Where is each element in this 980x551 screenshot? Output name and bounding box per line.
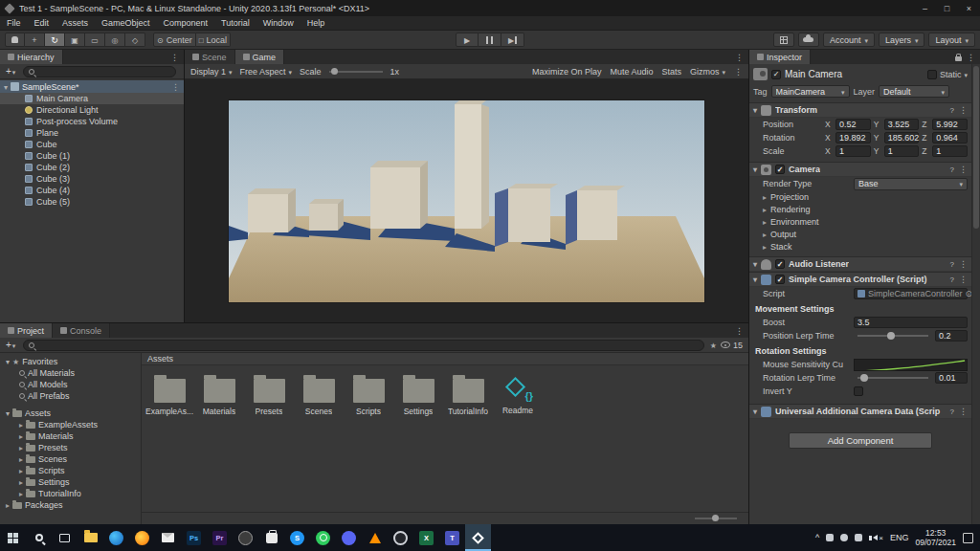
menu-edit[interactable]: Edit (28, 16, 56, 30)
move-tool-button[interactable] (25, 33, 45, 47)
tree-folder-tutorialinfo[interactable]: TutorialInfo (0, 488, 141, 499)
foldout-open-icon[interactable] (753, 165, 757, 174)
cloud-collab-button[interactable] (798, 33, 819, 47)
close-button[interactable]: × (958, 0, 980, 16)
invert-y-checkbox[interactable] (854, 386, 863, 396)
static-checkbox[interactable] (927, 70, 937, 79)
tree-folder-scenes[interactable]: Scenes (0, 453, 141, 465)
asset-zoom-slider[interactable] (695, 518, 737, 519)
pane-menu-icon[interactable] (734, 67, 743, 77)
mail-button[interactable] (155, 524, 181, 551)
hidden-packages-toggle[interactable]: 15 (719, 341, 745, 350)
tree-folder-presets[interactable]: Presets (0, 442, 141, 453)
start-button[interactable] (0, 524, 26, 551)
rotation-lerp-field[interactable]: 0.01 (935, 372, 968, 384)
static-dropdown[interactable]: Static (927, 70, 968, 79)
scrollbar-thumb[interactable] (973, 66, 979, 229)
tab-project[interactable]: Project (0, 323, 53, 338)
hand-tool-button[interactable] (5, 33, 25, 47)
custom-tool-button[interactable] (125, 33, 145, 47)
show-hidden-icons-button[interactable] (815, 533, 819, 542)
controller-header[interactable]: Simple Camera Controller (Script) (749, 272, 971, 287)
layout-dropdown[interactable]: Layout (928, 33, 975, 47)
packages-root[interactable]: Packages (0, 499, 141, 511)
foldout-projection[interactable]: Projection (749, 190, 971, 203)
foldout-open-icon[interactable] (6, 357, 10, 366)
hierarchy-item-cube-2[interactable]: Cube (2) (0, 162, 184, 173)
component-menu-icon[interactable] (959, 165, 968, 174)
pivot-center-button[interactable]: Center (153, 33, 196, 47)
slider-thumb[interactable] (887, 332, 895, 340)
step-button[interactable] (501, 33, 524, 47)
inspector-scrollbar[interactable] (971, 64, 980, 524)
project-search-input[interactable] (23, 340, 703, 351)
asset-folder-materials[interactable]: Materials (195, 373, 243, 416)
scene-menu-icon[interactable] (171, 82, 180, 92)
edge-button[interactable] (103, 524, 129, 551)
menu-tutorial[interactable]: Tutorial (214, 16, 256, 30)
foldout-closed-icon[interactable] (6, 500, 10, 510)
foldout-open-icon[interactable] (753, 259, 757, 269)
tree-folder-settings[interactable]: Settings (0, 476, 141, 488)
lock-icon[interactable] (955, 56, 962, 61)
foldout-stack[interactable]: Stack (749, 240, 971, 253)
asset-folder-scenes[interactable]: Scenes (295, 373, 343, 416)
firefox-button[interactable] (129, 524, 155, 551)
camera-header[interactable]: Camera (749, 162, 971, 177)
hierarchy-item-directional-light[interactable]: Directional Light (0, 104, 184, 116)
mute-audio-toggle[interactable]: Mute Audio (610, 67, 653, 77)
pause-button[interactable] (479, 33, 501, 47)
photoshop-button[interactable]: Ps (181, 524, 207, 551)
pane-menu-icon[interactable] (735, 52, 744, 62)
asset-folder-tutorialinfo[interactable]: TutorialInfo (444, 373, 492, 416)
task-view-button[interactable] (52, 524, 78, 551)
help-icon[interactable] (950, 259, 954, 269)
premiere-button[interactable]: Pr (207, 524, 233, 551)
position-y-field[interactable]: 3.525 (884, 119, 920, 130)
rotate-tool-button[interactable] (45, 33, 65, 47)
menu-component[interactable]: Component (157, 16, 215, 30)
hierarchy-item-postprocess-volume[interactable]: Post-process Volume (0, 116, 184, 127)
scene-header-row[interactable]: SampleScene* (0, 80, 184, 93)
services-button[interactable] (773, 33, 794, 47)
obs-button[interactable] (388, 524, 413, 551)
gameobject-enabled-checkbox[interactable] (771, 70, 781, 79)
scale-y-field[interactable]: 1 (884, 145, 920, 157)
game-render[interactable] (229, 100, 704, 302)
scale-x-field[interactable]: 1 (835, 145, 871, 157)
tray-app-icon[interactable] (840, 534, 848, 541)
maximize-on-play-toggle[interactable]: Maximize On Play (532, 67, 602, 77)
foldout-closed-icon[interactable] (19, 466, 23, 475)
rect-tool-button[interactable] (85, 33, 105, 47)
display-dropdown[interactable]: Display 1 (190, 67, 233, 77)
help-icon[interactable] (950, 407, 954, 416)
hierarchy-item-cube-1[interactable]: Cube (1) (0, 150, 184, 162)
foldout-closed-icon[interactable] (19, 477, 23, 487)
help-icon[interactable] (950, 105, 954, 115)
foldout-closed-icon[interactable] (19, 420, 23, 430)
position-lerp-slider[interactable] (858, 335, 928, 337)
camera-enabled-checkbox[interactable] (775, 165, 785, 174)
menu-help[interactable]: Help (301, 16, 332, 30)
favorite-all-prefabs[interactable]: All Prefabs (0, 390, 141, 402)
foldout-open-icon[interactable] (6, 408, 10, 418)
foldout-open-icon[interactable] (753, 105, 757, 115)
xbox-button[interactable] (233, 524, 258, 551)
saved-search-star-icon[interactable] (710, 341, 717, 350)
foldout-closed-icon[interactable] (19, 443, 23, 452)
tab-inspector[interactable]: Inspector (749, 50, 811, 64)
aspect-dropdown[interactable]: Free Aspect (240, 67, 293, 77)
transform-header[interactable]: Transform (749, 102, 971, 118)
rotation-lerp-slider[interactable] (858, 377, 928, 379)
universal-camera-data-header[interactable]: Universal Additional Camera Data (Scrip (749, 404, 971, 419)
hierarchy-item-main-camera[interactable]: Main Camera (0, 93, 184, 104)
asset-folder-settings[interactable]: Settings (394, 373, 442, 416)
tab-console[interactable]: Console (53, 323, 110, 338)
asset-folder-exampleassets[interactable]: ExampleAs... (145, 373, 193, 416)
position-x-field[interactable]: 0.52 (835, 119, 871, 130)
position-lerp-field[interactable]: 0.2 (935, 330, 968, 342)
tray-app-icon[interactable] (855, 534, 862, 541)
transform-tool-button[interactable] (105, 33, 125, 47)
action-center-icon[interactable] (963, 533, 973, 543)
scale-z-field[interactable]: 1 (932, 145, 968, 157)
